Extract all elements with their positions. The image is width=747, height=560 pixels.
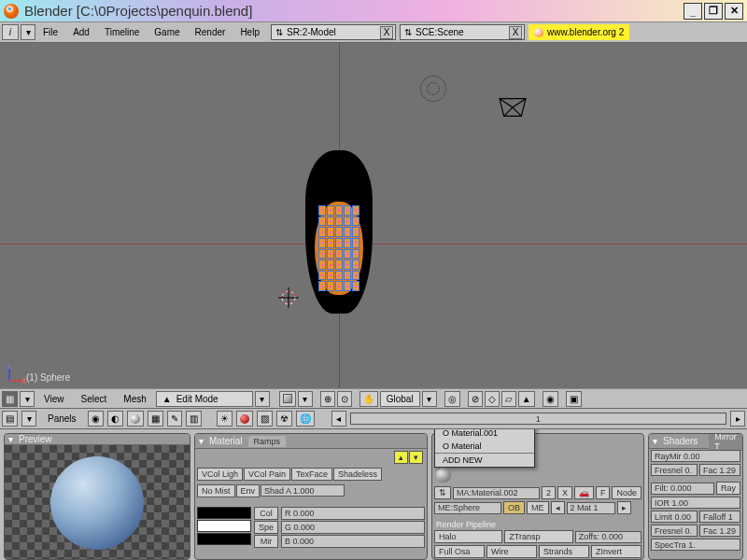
scene-selector[interactable]: ⇅SCE:SceneX — [400, 24, 525, 40]
fac1-field[interactable]: Fac 1.29 — [699, 464, 740, 476]
render-icon[interactable]: ▣ — [566, 391, 582, 407]
env-button[interactable]: Env — [236, 484, 261, 497]
buttons-expand[interactable]: ▾ — [21, 411, 36, 427]
spe-button[interactable]: Spe — [254, 521, 278, 534]
popup-add-new[interactable]: ADD NEW — [435, 453, 534, 467]
header-expand-icon[interactable]: ▾ — [21, 24, 35, 40]
node-button[interactable]: Node — [612, 486, 641, 499]
nomist-button[interactable]: No Mist — [197, 484, 235, 497]
fresnel2-field[interactable]: Fresnel 0. — [651, 525, 698, 537]
minimize-button[interactable]: _ — [684, 3, 702, 20]
texface-button[interactable]: TexFace — [291, 468, 332, 481]
select-menu[interactable]: Select — [74, 391, 115, 407]
ma-name-field[interactable]: MA:Material.002 — [453, 487, 540, 499]
screen-selector[interactable]: ⇅SR:2-ModelX — [271, 24, 396, 40]
matindex-field[interactable]: 2 Mat 1 — [567, 502, 615, 514]
ctx-scene-icon[interactable]: ▥ — [186, 411, 202, 427]
frame-prev[interactable]: ◂ — [331, 411, 346, 427]
pivot-icon[interactable]: ⊕ — [320, 391, 335, 407]
ob-button[interactable]: OB — [503, 501, 525, 514]
shadeless-button[interactable]: Shadeless — [333, 468, 382, 481]
ma-x-button[interactable]: X — [557, 486, 572, 499]
mir-button[interactable]: Mir — [254, 535, 278, 548]
matindex-prev[interactable]: ◂ — [551, 501, 565, 514]
vcol-paint-button[interactable]: VCol Pain — [244, 468, 290, 481]
ramps-tab[interactable]: Ramps — [248, 436, 287, 447]
3dview-type-icon[interactable]: ▦ — [2, 391, 18, 407]
scene-delete-button[interactable]: X — [509, 26, 522, 39]
spe-swatch[interactable] — [197, 520, 251, 532]
manipulator-icon[interactable]: ✋ — [359, 391, 378, 407]
prop-edit-icon[interactable]: ◉ — [543, 391, 558, 407]
nav-up-icon[interactable]: ▴ — [394, 451, 408, 464]
ray-button[interactable]: Ray — [716, 482, 740, 495]
draw-dropdown[interactable]: ▾ — [298, 391, 313, 407]
popup-item-1[interactable]: O Material.001 — [435, 429, 534, 440]
layer1-icon[interactable]: ◎ — [444, 391, 460, 407]
b-field[interactable]: B 0.000 — [281, 535, 425, 548]
sub-lamp-icon[interactable]: ☀ — [217, 411, 233, 427]
sel-vert-icon[interactable]: ⊘ — [468, 391, 483, 407]
sub-world-icon[interactable]: 🌐 — [296, 411, 315, 427]
info-icon[interactable]: i — [2, 24, 19, 40]
lamp-object[interactable] — [420, 76, 446, 102]
ma-users-button[interactable]: 2 — [542, 486, 556, 499]
shad-alpha-field[interactable]: Shad A 1.000 — [261, 484, 345, 497]
ztransp-button[interactable]: ZTransp — [504, 530, 572, 543]
ior-field[interactable]: IOR 1.00 — [651, 497, 740, 509]
draw-type-icon[interactable] — [279, 391, 296, 407]
maximize-button[interactable]: ❐ — [704, 3, 723, 20]
me-name-field[interactable]: ME:Sphere — [434, 502, 501, 514]
popup-item-2[interactable]: O Material — [435, 440, 534, 453]
limit-field[interactable]: Limit 0.00 — [651, 511, 698, 523]
menu-file[interactable]: File — [35, 24, 65, 40]
sub-mat-icon[interactable] — [236, 411, 253, 427]
fac2-field[interactable]: Fac 1.29 — [699, 525, 740, 537]
chevron-down-icon[interactable]: ▾ — [653, 436, 657, 446]
material-popup[interactable]: Material.002 O Material.001 O Material A… — [434, 429, 535, 468]
mode-selector[interactable]: ▲Edit Mode — [156, 391, 253, 407]
view-menu[interactable]: View — [36, 391, 72, 407]
matindex-next[interactable]: ▸ — [617, 501, 631, 514]
ctx-shading-icon[interactable] — [127, 411, 144, 427]
menu-game[interactable]: Game — [147, 24, 187, 40]
fresnel1-field[interactable]: Fresnel 0. — [651, 464, 698, 476]
col-swatch[interactable] — [197, 507, 251, 519]
chevron-down-icon[interactable]: ▾ — [199, 436, 204, 446]
camera-object[interactable] — [495, 94, 530, 120]
ctx-script-icon[interactable]: ◐ — [107, 411, 123, 427]
menu-add[interactable]: Add — [65, 24, 97, 40]
me-button[interactable]: ME — [527, 501, 549, 514]
g-field[interactable]: G 0.000 — [281, 521, 425, 534]
chevron-down-icon[interactable]: ▾ — [8, 434, 13, 444]
pivot-individual-icon[interactable]: ⊙ — [337, 391, 352, 407]
ma-select-icon[interactable]: ⇅ — [434, 486, 451, 499]
mode-dropdown-icon[interactable]: ▾ — [255, 391, 270, 407]
sel-face-icon[interactable]: ▱ — [501, 391, 516, 407]
nav-down-icon[interactable]: ▾ — [409, 451, 423, 464]
buttons-type-icon[interactable]: ▤ — [2, 411, 18, 427]
r-field[interactable]: R 0.000 — [281, 507, 425, 520]
zinvert-button[interactable]: ZInvert — [591, 545, 641, 558]
ma-auto-icon[interactable]: 🚗 — [574, 486, 594, 499]
ctx-logic-icon[interactable]: ◉ — [88, 411, 104, 427]
ma-f-button[interactable]: F — [596, 486, 611, 499]
spectra-field[interactable]: SpecTra 1. — [651, 539, 740, 551]
strands-button[interactable]: Strands — [539, 545, 589, 558]
vcol-light-button[interactable]: VCol Ligh — [197, 468, 243, 481]
filt-field[interactable]: Filt: 0.000 — [651, 483, 714, 495]
ctx-edit-icon[interactable]: ✎ — [167, 411, 182, 427]
3d-viewport[interactable]: zx (1) Sphere — [0, 43, 747, 388]
wire-button[interactable]: Wire — [486, 545, 537, 558]
menu-help[interactable]: Help — [233, 24, 267, 40]
mirror-tab[interactable]: Mirror T — [709, 433, 742, 452]
menu-render[interactable]: Render — [188, 24, 233, 40]
frame-field[interactable]: 1 — [350, 413, 726, 425]
menu-timeline[interactable]: Timeline — [97, 24, 147, 40]
sub-rad-icon[interactable]: ☢ — [276, 411, 292, 427]
penguin-mesh-object[interactable] — [294, 150, 384, 314]
screen-delete-button[interactable]: X — [380, 26, 393, 39]
mesh-menu[interactable]: Mesh — [116, 391, 153, 407]
mir-swatch[interactable] — [197, 533, 251, 545]
close-button[interactable]: ✕ — [725, 3, 743, 20]
